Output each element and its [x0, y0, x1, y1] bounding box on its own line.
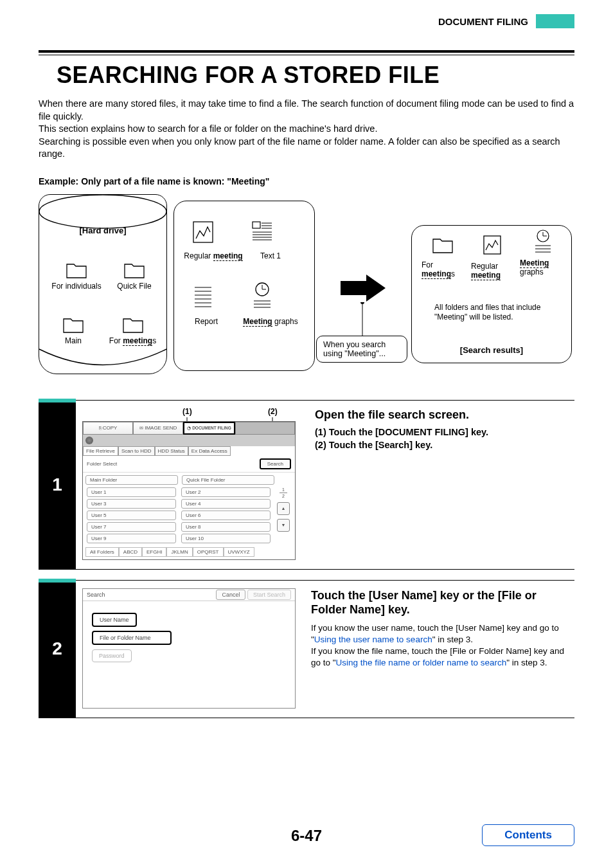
example-line: Example: Only part of a file name is kno… — [39, 176, 574, 186]
tab-copy[interactable]: ⎘COPY — [83, 422, 133, 435]
tab-image-send[interactable]: ✉IMAGE SEND — [133, 422, 183, 435]
folder-icon — [66, 262, 87, 279]
step-panel-wrap: (1) (2) ⎘COPY ✉IMAGE SEND ◔DOCUMENT FILI… — [82, 408, 299, 560]
tab-document-filing[interactable]: ◔DOCUMENT FILING — [183, 422, 235, 435]
quick-file-chip[interactable]: Quick File Folder — [182, 475, 274, 485]
step2-panel-wrap: Search Cancel Start Search User Name Fil… — [82, 588, 296, 709]
rule-top-thin — [39, 55, 574, 55]
list-item[interactable]: User 5 — [87, 511, 176, 520]
link-user-search[interactable]: Using the user name to search — [314, 635, 432, 644]
speech-bubble: When you search using "Meeting"... — [316, 336, 407, 363]
user-col-left: User 1 User 3 User 5 User 7 User 9 — [87, 487, 176, 543]
cylinder-top — [39, 194, 167, 230]
globe-icon — [85, 437, 93, 444]
list-item[interactable]: User 2 — [181, 487, 271, 497]
step-number: 1 — [39, 400, 76, 570]
password-button[interactable]: Password — [92, 649, 132, 662]
clock-file-icon — [533, 229, 553, 255]
folder-label: Main — [51, 336, 96, 345]
list-item[interactable]: User 7 — [87, 522, 176, 532]
chart-icon — [483, 235, 502, 255]
top-folders: Main Folder Quick File Folder — [83, 473, 295, 485]
svg-point-0 — [39, 195, 166, 228]
result-file2-label: Meeting graphs — [520, 258, 566, 276]
intro-p2: This section explains how to search for … — [39, 123, 574, 136]
search-form: User Name File or Folder Name Password — [83, 601, 295, 708]
link-file-search[interactable]: Using the file name or folder name to se… — [336, 658, 507, 667]
result-file1: Regular meeting — [471, 235, 513, 280]
section-header: DOCUMENT FILING — [438, 14, 574, 28]
list-item[interactable]: User 6 — [181, 511, 271, 520]
search-button[interactable]: Search — [260, 458, 291, 469]
folder-individuals: For individuals — [51, 262, 102, 291]
subtab-hdd-status[interactable]: HDD Status — [155, 446, 188, 456]
svg-marker-22 — [341, 275, 386, 302]
result-note: All folders and files that include "Meet… — [434, 303, 549, 323]
section-title: DOCUMENT FILING — [438, 16, 528, 27]
step2-head: Touch the [User Name] key or the [File o… — [311, 588, 574, 617]
list-item[interactable]: User 4 — [181, 499, 271, 509]
alpha-tab[interactable]: OPQRST — [193, 547, 224, 557]
intro-text: When there are many stored files, it may… — [39, 98, 574, 161]
list-item[interactable]: User 3 — [87, 499, 176, 509]
subtab-file-retrieve[interactable]: File Retrieve — [83, 446, 118, 456]
user-name-button[interactable]: User Name — [92, 613, 137, 627]
page-up-button[interactable]: ▲ — [277, 502, 290, 515]
arrow-right-icon — [341, 275, 386, 302]
subtab-scan-hdd[interactable]: Scan to HDD — [118, 446, 155, 456]
lines-icon — [192, 285, 214, 311]
file-label: Text 1 — [251, 251, 290, 260]
folder-select-bar: Folder Select Search — [83, 456, 295, 473]
file-text1 — [251, 221, 273, 246]
list-item[interactable]: User 1 — [87, 487, 176, 497]
start-search-button[interactable]: Start Search — [247, 590, 291, 600]
search-title: Search — [87, 592, 105, 598]
text-file-icon — [251, 221, 273, 244]
step-content: Search Cancel Start Search User Name Fil… — [76, 580, 574, 718]
intro-p1: When there are many stored files, it may… — [39, 98, 574, 123]
alpha-tab[interactable]: ABCD — [119, 547, 142, 557]
chart-icon — [192, 221, 214, 244]
user-col-right: User 2 User 4 User 6 User 8 User 10 — [181, 487, 271, 543]
search-panel: Search Cancel Start Search User Name Fil… — [82, 588, 296, 709]
callout-1: (1) — [182, 407, 192, 416]
cancel-button[interactable]: Cancel — [216, 590, 245, 600]
file-label: Report — [187, 317, 226, 326]
intro-p3: Searching is possible even when you only… — [39, 136, 574, 161]
subtab-ex-data[interactable]: Ex Data Access — [188, 446, 231, 456]
result-file1-label: Regular meeting — [471, 262, 513, 280]
step-1: 1 (1) (2) ⎘COPY ✉IMAGE SEND ◔DOCUMENT FI… — [39, 400, 574, 570]
step-2: 2 Search Cancel Start Search User Name F… — [39, 580, 574, 718]
file-label: Meeting graphs — [232, 317, 309, 326]
step1-head: Open the file search screen. — [315, 408, 488, 422]
cylinder-bottom — [39, 348, 167, 374]
list-item[interactable]: User 10 — [181, 534, 271, 543]
list-item[interactable]: User 8 — [181, 522, 271, 532]
list-item[interactable]: User 9 — [87, 534, 176, 543]
result-folder-label: For meetings — [422, 260, 463, 278]
pager: 12 ▲ ▼ — [276, 487, 291, 543]
folder-icon — [122, 317, 144, 334]
file-or-folder-button[interactable]: File or Folder Name — [92, 631, 172, 645]
page-title: SEARCHING FOR A STORED FILE — [57, 62, 574, 89]
globe-row — [83, 435, 295, 446]
folder-main: Main — [51, 317, 96, 345]
main-folder-chip[interactable]: Main Folder — [85, 475, 178, 485]
hdd-box: [Hard drive] For individuals Quick File … — [39, 194, 167, 374]
step-number: 2 — [39, 580, 76, 718]
folder-icon — [432, 237, 454, 254]
alpha-tab[interactable]: All Folders — [85, 547, 119, 557]
hdd-label: [Hard drive] — [39, 226, 166, 235]
step-band — [39, 399, 76, 402]
page-down-button[interactable]: ▼ — [277, 519, 290, 532]
alpha-tabs: All Folders ABCD EFGHI JKLMN OPQRST UVWX… — [83, 547, 295, 559]
page-indicator: 12 — [280, 487, 287, 498]
alpha-tab[interactable]: JKLMN — [166, 547, 192, 557]
clock-file-icon — [251, 282, 273, 310]
speech-pointer — [360, 302, 386, 338]
alpha-tab[interactable]: EFGHI — [142, 547, 166, 557]
contents-button[interactable]: Contents — [482, 824, 574, 846]
alpha-tab[interactable]: UVWXYZ — [224, 547, 254, 557]
step1-line1: (1) Touch the [DOCUMENT FILING] key. — [315, 427, 488, 437]
results-label: [Search results] — [412, 345, 571, 355]
